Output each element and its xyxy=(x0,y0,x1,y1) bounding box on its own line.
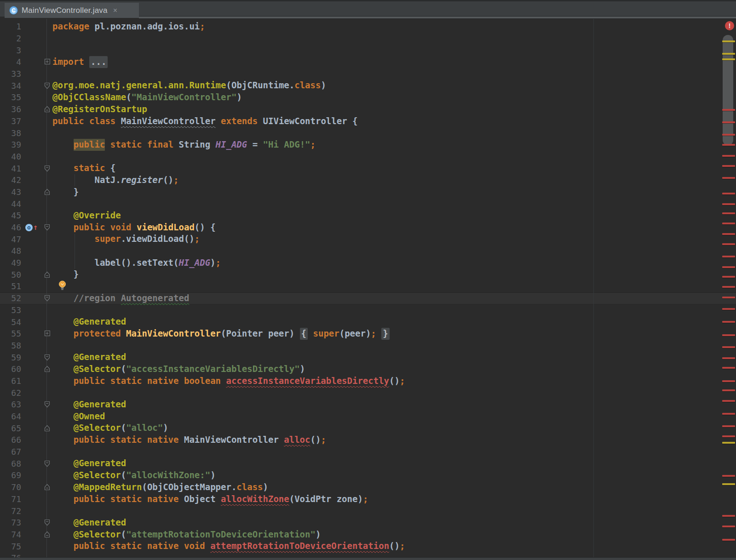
fold-expand-icon[interactable] xyxy=(41,58,52,65)
code-line-37[interactable]: 37public class MainViewController extend… xyxy=(0,115,718,127)
code-line-33[interactable]: 33 xyxy=(0,68,718,80)
file-error-indicator-icon[interactable]: ! xyxy=(725,21,734,30)
code-line-64[interactable]: 64@Owned xyxy=(0,411,718,423)
code-line-52[interactable]: 52//region Autogenerated xyxy=(0,292,718,304)
code-line-4[interactable]: 4import ... xyxy=(0,56,718,68)
fold-region-icon[interactable] xyxy=(41,531,52,538)
error-stripe-mark[interactable] xyxy=(722,165,735,167)
fold-region-icon[interactable] xyxy=(41,425,52,432)
tab-mainviewcontroller-java[interactable]: C MainViewController.java × xyxy=(5,3,139,18)
code-line-35[interactable]: 35@ObjCClassName("MainViewController") xyxy=(0,91,718,103)
code-line-38[interactable]: 38 xyxy=(0,127,718,139)
error-stripe-mark[interactable] xyxy=(722,266,735,268)
code-line-62[interactable]: 62 xyxy=(0,387,718,399)
error-stripe-mark[interactable] xyxy=(722,155,735,157)
error-stripe-mark[interactable] xyxy=(722,515,735,517)
error-stripe-mark[interactable] xyxy=(722,256,735,257)
error-stripe-mark[interactable] xyxy=(722,389,735,391)
code-line-70[interactable]: 70@MappedReturn(ObjCObjectMapper.class) xyxy=(0,481,718,493)
warning-stripe-mark[interactable] xyxy=(722,58,735,60)
error-stripe-mark[interactable] xyxy=(722,276,735,278)
overrides-method-icon[interactable]: o↑ xyxy=(25,223,38,231)
error-stripe-mark[interactable] xyxy=(722,357,735,359)
warning-stripe-mark[interactable] xyxy=(722,483,735,485)
code-line-65[interactable]: 65@Selector("alloc") xyxy=(0,422,718,434)
error-stripe-mark[interactable] xyxy=(722,109,735,111)
error-stripe-mark[interactable] xyxy=(722,297,735,298)
code-line-61[interactable]: 61public static native boolean accessIns… xyxy=(0,375,718,387)
error-stripe-mark[interactable] xyxy=(722,380,735,382)
code-line-72[interactable]: 72 xyxy=(0,505,718,517)
error-stripe-mark[interactable] xyxy=(722,539,735,541)
code-line-43[interactable]: 43} xyxy=(0,186,718,198)
code-line-51[interactable]: 51 xyxy=(0,280,718,292)
code-line-74[interactable]: 74@Selector("attemptRotationToDeviceOrie… xyxy=(0,529,718,541)
error-stripe-mark[interactable] xyxy=(722,203,735,205)
code-line-42[interactable]: 42NatJ.register(); xyxy=(0,174,718,186)
code-line-41[interactable]: 41static { xyxy=(0,162,718,174)
error-stripe-mark[interactable] xyxy=(722,400,735,402)
error-stripe-mark[interactable] xyxy=(722,286,735,288)
code-line-47[interactable]: 47super.viewDidLoad(); xyxy=(0,233,718,245)
code-line-69[interactable]: 69@Selector("allocWithZone:") xyxy=(0,469,718,481)
warning-stripe-mark[interactable] xyxy=(722,442,735,444)
tab-close-icon[interactable]: × xyxy=(113,7,117,14)
fold-region-icon[interactable] xyxy=(41,224,52,231)
code-line-2[interactable]: 2 xyxy=(0,33,718,45)
code-line-73[interactable]: 73@Generated xyxy=(0,517,718,529)
code-line-67[interactable]: 67 xyxy=(0,446,718,458)
code-line-58[interactable]: 58 xyxy=(0,340,718,352)
code-line-39[interactable]: 39public static final String HI_ADG = "H… xyxy=(0,139,718,151)
code-line-49[interactable]: 49label().setText(HI_ADG); xyxy=(0,257,718,269)
fold-region-icon[interactable] xyxy=(41,366,52,372)
fold-region-icon[interactable] xyxy=(41,189,52,195)
fold-region-icon[interactable] xyxy=(41,106,52,113)
code-line-59[interactable]: 59@Generated xyxy=(0,351,718,363)
fold-region-icon[interactable] xyxy=(41,295,52,302)
code-line-50[interactable]: 50} xyxy=(0,269,718,280)
code-line-36[interactable]: 36@RegisterOnStartup xyxy=(0,103,718,115)
error-stripe-mark[interactable] xyxy=(722,134,735,136)
code-line-54[interactable]: 54@Generated xyxy=(0,316,718,328)
error-stripe-mark[interactable] xyxy=(722,435,735,437)
code-line-63[interactable]: 63@Generated xyxy=(0,399,718,411)
code-line-53[interactable]: 53 xyxy=(0,304,718,316)
code-line-40[interactable]: 40 xyxy=(0,151,718,163)
fold-region-icon[interactable] xyxy=(41,484,52,491)
code-line-44[interactable]: 44 xyxy=(0,198,718,210)
code-line-46[interactable]: 46o↑public void viewDidLoad() { xyxy=(0,222,718,234)
code-line-1[interactable]: 1package pl.poznan.adg.ios.ui; xyxy=(0,21,718,33)
code-line-3[interactable]: 3 xyxy=(0,44,718,56)
code-line-34[interactable]: 34@org.moe.natj.general.ann.Runtime(ObjC… xyxy=(0,80,718,91)
code-editor[interactable]: 1package pl.poznan.adg.ios.ui;234import … xyxy=(0,19,736,560)
error-stripe-mark[interactable] xyxy=(722,233,735,235)
warning-stripe-mark[interactable] xyxy=(722,40,735,42)
error-stripe-mark[interactable] xyxy=(722,346,735,348)
fold-region-icon[interactable] xyxy=(41,354,52,361)
error-stripe-mark[interactable] xyxy=(722,321,735,323)
error-stripe-mark[interactable] xyxy=(722,334,735,336)
fold-region-icon[interactable] xyxy=(41,82,52,89)
code-line-48[interactable]: 48 xyxy=(0,245,718,257)
error-stripe-mark[interactable] xyxy=(722,425,735,427)
error-stripe-mark[interactable] xyxy=(722,308,735,310)
error-stripe-mark[interactable] xyxy=(722,243,735,245)
code-line-75[interactable]: 75public static native void attemptRotat… xyxy=(0,540,718,552)
fold-region-icon[interactable] xyxy=(41,519,52,526)
error-stripe-mark[interactable] xyxy=(722,144,735,146)
warning-stripe-mark[interactable] xyxy=(722,53,735,55)
error-stripe-mark[interactable] xyxy=(722,526,735,527)
error-stripe-mark[interactable] xyxy=(722,177,735,179)
error-stripe-mark[interactable] xyxy=(722,367,735,369)
error-stripe-mark[interactable] xyxy=(722,193,735,194)
fold-expand-icon[interactable] xyxy=(41,330,52,337)
fold-region-icon[interactable] xyxy=(41,401,52,408)
code-line-68[interactable]: 68@Generated xyxy=(0,457,718,469)
error-stripe-mark[interactable] xyxy=(722,475,735,477)
code-line-66[interactable]: 66public static native MainViewControlle… xyxy=(0,434,718,446)
error-stripe-mark[interactable] xyxy=(722,121,735,123)
error-stripe-mark[interactable] xyxy=(722,413,735,415)
fold-region-icon[interactable] xyxy=(41,271,52,278)
code-line-55[interactable]: 55protected MainViewController(Pointer p… xyxy=(0,328,718,340)
error-stripe-mark[interactable] xyxy=(722,223,735,224)
